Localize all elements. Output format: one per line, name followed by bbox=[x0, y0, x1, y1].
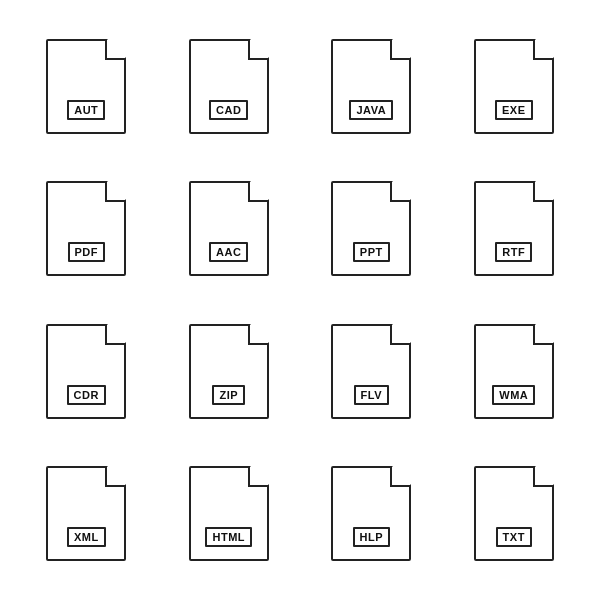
file-icon-cdr[interactable]: CDR bbox=[20, 305, 153, 438]
file-shape: PPT bbox=[331, 181, 411, 276]
file-label: CDR bbox=[67, 385, 106, 405]
file-shape: CAD bbox=[189, 39, 269, 134]
file-shape: XML bbox=[46, 466, 126, 561]
file-icon-pdf[interactable]: PDF bbox=[20, 163, 153, 296]
file-label: TXT bbox=[496, 527, 532, 547]
file-icon-hlp[interactable]: HLP bbox=[305, 448, 438, 581]
file-shape: ZIP bbox=[189, 324, 269, 419]
file-icon-xml[interactable]: XML bbox=[20, 448, 153, 581]
file-label: CAD bbox=[209, 100, 248, 120]
file-shape: CDR bbox=[46, 324, 126, 419]
file-label: HTML bbox=[205, 527, 252, 547]
file-label: WMA bbox=[492, 385, 535, 405]
file-icon-flv[interactable]: FLV bbox=[305, 305, 438, 438]
file-shape: HLP bbox=[331, 466, 411, 561]
file-label: RTF bbox=[495, 242, 532, 262]
file-label: ZIP bbox=[212, 385, 245, 405]
file-icon-exe[interactable]: EXE bbox=[448, 20, 581, 153]
file-label: AAC bbox=[209, 242, 248, 262]
file-label: HLP bbox=[353, 527, 391, 547]
file-label: FLV bbox=[354, 385, 389, 405]
file-shape: PDF bbox=[46, 181, 126, 276]
file-label: JAVA bbox=[349, 100, 393, 120]
file-shape: WMA bbox=[474, 324, 554, 419]
file-label: EXE bbox=[495, 100, 533, 120]
file-icon-txt[interactable]: TXT bbox=[448, 448, 581, 581]
file-label: PPT bbox=[353, 242, 390, 262]
file-shape: FLV bbox=[331, 324, 411, 419]
file-label: PDF bbox=[68, 242, 106, 262]
file-icon-wma[interactable]: WMA bbox=[448, 305, 581, 438]
file-shape: EXE bbox=[474, 39, 554, 134]
file-shape: RTF bbox=[474, 181, 554, 276]
file-icon-java[interactable]: JAVA bbox=[305, 20, 438, 153]
file-shape: AAC bbox=[189, 181, 269, 276]
file-shape: AUT bbox=[46, 39, 126, 134]
file-icon-aac[interactable]: AAC bbox=[163, 163, 296, 296]
file-icons-grid: AUTCADJAVAEXEPDFAACPPTRTFCDRZIPFLVWMAXML… bbox=[0, 0, 600, 600]
file-icon-zip[interactable]: ZIP bbox=[163, 305, 296, 438]
file-icon-aut[interactable]: AUT bbox=[20, 20, 153, 153]
file-shape: TXT bbox=[474, 466, 554, 561]
file-icon-cad[interactable]: CAD bbox=[163, 20, 296, 153]
file-label: XML bbox=[67, 527, 106, 547]
file-shape: JAVA bbox=[331, 39, 411, 134]
file-icon-rtf[interactable]: RTF bbox=[448, 163, 581, 296]
file-icon-html[interactable]: HTML bbox=[163, 448, 296, 581]
file-icon-ppt[interactable]: PPT bbox=[305, 163, 438, 296]
file-shape: HTML bbox=[189, 466, 269, 561]
file-label: AUT bbox=[67, 100, 105, 120]
